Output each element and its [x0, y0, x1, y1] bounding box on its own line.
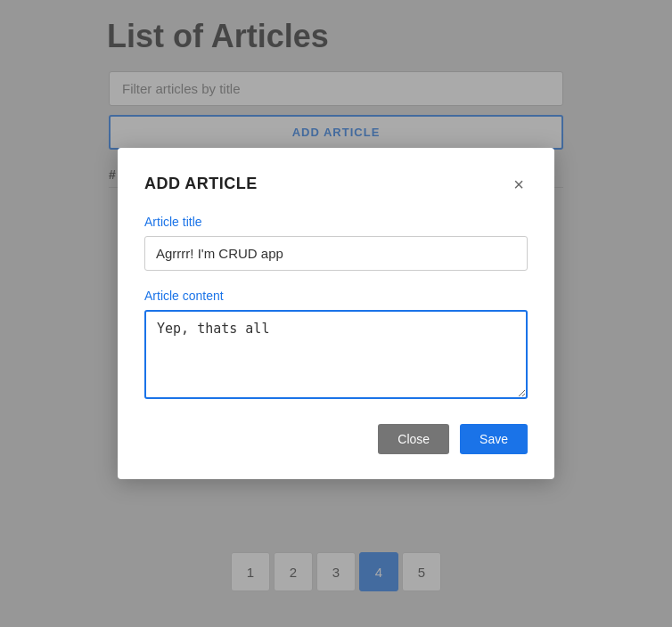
article-content-textarea[interactable]	[144, 310, 528, 399]
page-background: List of Articles ADD ARTICLE # Title Ava…	[0, 0, 672, 627]
modal-header: ADD ARTICLE ×	[144, 175, 528, 193]
add-article-modal: ADD ARTICLE × Article title Article cont…	[118, 148, 554, 479]
article-title-label: Article title	[144, 215, 528, 229]
modal-title: ADD ARTICLE	[144, 175, 258, 193]
modal-overlay: ADD ARTICLE × Article title Article cont…	[0, 0, 672, 627]
modal-footer: Close Save	[144, 424, 528, 454]
close-button[interactable]: Close	[378, 424, 449, 454]
article-content-label: Article content	[144, 289, 528, 303]
modal-close-button[interactable]: ×	[510, 175, 528, 193]
article-title-input[interactable]	[144, 236, 528, 271]
save-button[interactable]: Save	[460, 424, 528, 454]
